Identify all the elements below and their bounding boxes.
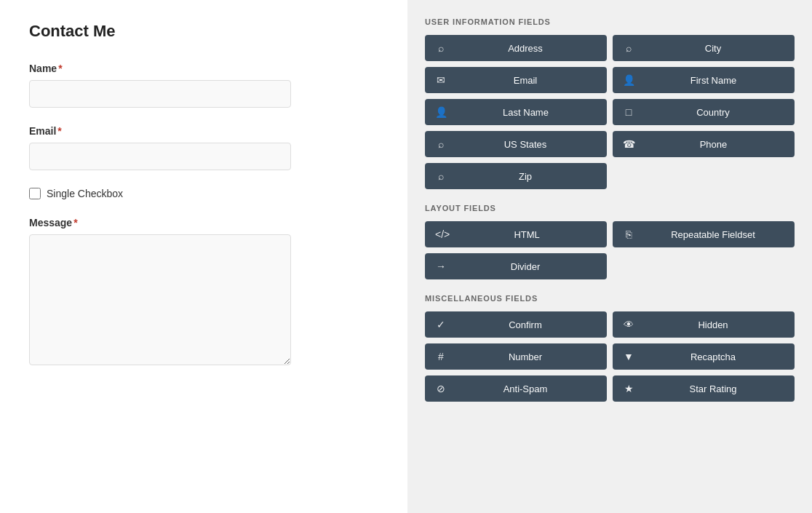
user-info-fields-grid: ⌕ Address ⌕ City ✉ Email 👤 First Name 👤 … [425,35,795,189]
city-label: City [642,43,784,54]
field-btn-hidden[interactable]: 👁 Hidden [613,311,795,338]
country-label: Country [642,107,784,118]
email-required: * [57,125,61,137]
message-label: Message* [29,217,378,228]
html-icon: </> [435,228,450,240]
field-btn-city[interactable]: ⌕ City [613,35,795,61]
address-icon: ⌕ [435,42,447,54]
divider-label: Divider [454,261,597,272]
zip-icon: ⌕ [435,170,447,182]
email-icon: ✉ [435,74,447,86]
field-btn-html[interactable]: </> HTML [425,221,607,247]
user-info-section-title: USER INFORMATION FIELDS [425,17,795,26]
anti-spam-icon: ⊘ [435,383,447,394]
email-input[interactable] [29,143,291,170]
us-states-icon: ⌕ [435,138,447,150]
right-panel: USER INFORMATION FIELDS ⌕ Address ⌕ City… [407,0,812,513]
misc-fields-grid: ✓ Confirm 👁 Hidden # Number ▼ Recaptcha … [425,311,795,402]
country-icon: □ [623,106,634,118]
address-label: Address [454,43,597,54]
hidden-icon: 👁 [623,319,634,330]
field-btn-phone[interactable]: ☎ Phone [613,131,795,157]
first-name-icon: 👤 [623,74,635,86]
last-name-label: Last Name [455,107,597,118]
repeatable-fieldset-icon: ⎘ [623,228,634,240]
star-rating-label: Star Rating [642,383,784,394]
number-icon: # [435,351,447,362]
phone-label: Phone [642,139,784,150]
anti-spam-label: Anti-Spam [454,383,597,394]
field-btn-email[interactable]: ✉ Email [425,67,607,93]
field-btn-anti-spam[interactable]: ⊘ Anti-Spam [425,375,607,402]
confirm-label: Confirm [454,319,597,330]
field-btn-number[interactable]: # Number [425,343,607,370]
page-title: Contact Me [29,22,378,41]
city-icon: ⌕ [623,42,634,54]
field-btn-divider[interactable]: → Divider [425,253,607,279]
single-checkbox[interactable] [29,188,41,199]
last-name-icon: 👤 [435,106,447,118]
hidden-label: Hidden [642,319,784,330]
name-required: * [58,63,62,74]
message-field-group: Message* [29,217,378,368]
field-btn-zip[interactable]: ⌕ Zip [425,163,607,189]
layout-section: LAYOUT FIELDS </> HTML ⎘ Repeatable Fiel… [425,204,795,279]
field-btn-us-states[interactable]: ⌕ US States [425,131,607,157]
field-btn-recaptcha[interactable]: ▼ Recaptcha [613,343,795,370]
field-btn-address[interactable]: ⌕ Address [425,35,607,61]
divider-icon: → [435,261,447,272]
field-btn-confirm[interactable]: ✓ Confirm [425,311,607,338]
field-btn-star-rating[interactable]: ★ Star Rating [613,375,795,402]
email-label: Email [454,75,597,86]
misc-section: MISCELLANEOUS FIELDS ✓ Confirm 👁 Hidden … [425,294,795,402]
repeatable-fieldset-label: Repeatable Fieldset [642,229,784,240]
recaptcha-icon: ▼ [623,351,634,362]
layout-section-title: LAYOUT FIELDS [425,204,795,212]
star-rating-icon: ★ [623,383,634,394]
phone-icon: ☎ [623,138,635,150]
message-required: * [73,217,77,228]
message-textarea[interactable] [29,234,291,365]
field-btn-repeatable-fieldset[interactable]: ⎘ Repeatable Fieldset [613,221,795,247]
number-label: Number [454,351,597,362]
name-field-group: Name* [29,63,378,108]
field-btn-last-name[interactable]: 👤 Last Name [425,99,607,125]
us-states-label: US States [454,139,597,150]
field-btn-country[interactable]: □ Country [613,99,795,125]
email-label: Email* [29,125,378,137]
left-panel: Contact Me Name* Email* Single Checkbox … [0,0,407,513]
name-label: Name* [29,63,378,74]
html-label: HTML [457,229,597,240]
field-btn-first-name[interactable]: 👤 First Name [613,67,795,93]
layout-fields-grid: </> HTML ⎘ Repeatable Fieldset → Divider [425,221,795,279]
checkbox-label: Single Checkbox [47,188,123,199]
email-field-group: Email* [29,125,378,170]
first-name-label: First Name [642,75,784,86]
name-input[interactable] [29,80,291,108]
zip-label: Zip [454,171,597,182]
recaptcha-label: Recaptcha [642,351,784,362]
checkbox-group: Single Checkbox [29,188,378,199]
misc-section-title: MISCELLANEOUS FIELDS [425,294,795,303]
confirm-icon: ✓ [435,319,447,330]
user-info-section: USER INFORMATION FIELDS ⌕ Address ⌕ City… [425,17,795,189]
